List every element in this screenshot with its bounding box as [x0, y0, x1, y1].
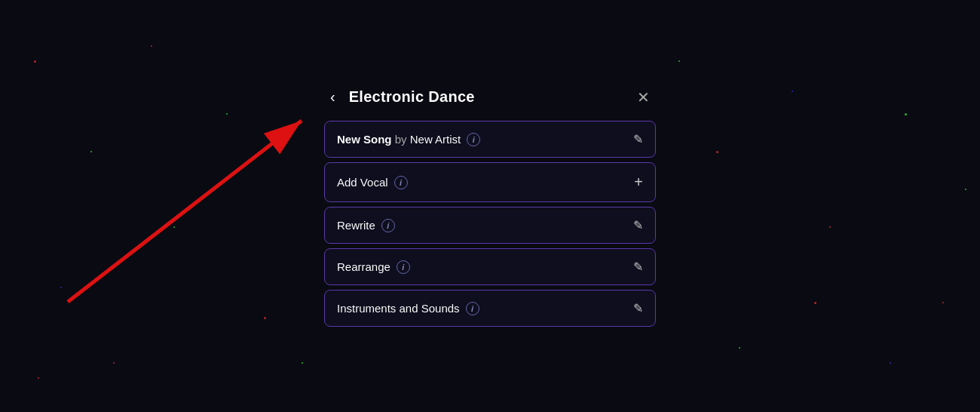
- pencil-icon: [633, 218, 643, 232]
- back-button[interactable]: ‹: [324, 85, 341, 109]
- modal-title: Electronic Dance: [349, 88, 623, 106]
- star: [829, 226, 831, 228]
- star: [173, 226, 175, 228]
- item-label-rewrite: Rewrite: [337, 219, 375, 232]
- pencil-button-rewrite[interactable]: [633, 218, 643, 232]
- pencil-button-rearrange[interactable]: [633, 260, 643, 274]
- star: [965, 189, 966, 190]
- star: [814, 302, 816, 304]
- info-icon-rewrite[interactable]: i: [381, 219, 395, 232]
- item-row-add-vocal[interactable]: Add Vocali: [324, 162, 656, 202]
- info-icon-add-vocal[interactable]: i: [394, 176, 408, 189]
- close-button[interactable]: ✕: [631, 87, 656, 108]
- item-row-instruments-sounds[interactable]: Instruments and Soundsi: [324, 290, 656, 327]
- item-label-new-song: New Song by New Artist: [337, 133, 461, 146]
- item-label-add-vocal: Add Vocal: [337, 176, 388, 189]
- pencil-button-new-song[interactable]: [633, 132, 643, 146]
- pencil-icon: [633, 132, 643, 146]
- svg-line-1: [68, 121, 302, 302]
- star: [716, 151, 718, 153]
- info-icon-instruments-sounds[interactable]: i: [466, 302, 479, 315]
- star: [34, 60, 36, 63]
- item-row-new-song[interactable]: New Song by New Artisti: [324, 121, 656, 158]
- red-arrow: [45, 98, 332, 309]
- star: [739, 347, 740, 349]
- star: [90, 151, 92, 152]
- item-row-rearrange[interactable]: Rearrangei: [324, 248, 656, 285]
- star: [226, 113, 228, 115]
- pencil-icon: [633, 260, 643, 274]
- plus-button-add-vocal[interactable]: [634, 174, 643, 191]
- star: [905, 113, 907, 115]
- star: [151, 45, 152, 47]
- info-icon-new-song[interactable]: i: [467, 133, 480, 146]
- star: [302, 362, 303, 364]
- star: [792, 91, 793, 92]
- star: [942, 302, 944, 303]
- star: [678, 60, 680, 62]
- star: [60, 287, 62, 288]
- info-icon-rearrange[interactable]: i: [397, 260, 410, 274]
- star: [890, 362, 891, 364]
- star: [113, 362, 115, 364]
- item-row-rewrite[interactable]: Rewritei: [324, 207, 656, 244]
- modal: ‹ Electronic Dance ✕ New Song by New Art…: [324, 85, 656, 327]
- pencil-icon: [633, 301, 643, 315]
- star: [38, 377, 39, 379]
- pencil-button-instruments-sounds[interactable]: [633, 301, 643, 315]
- modal-header: ‹ Electronic Dance ✕: [324, 85, 656, 121]
- item-label-instruments-sounds: Instruments and Sounds: [337, 302, 460, 315]
- items-list: New Song by New ArtistiAdd VocaliRewrite…: [324, 121, 656, 327]
- star: [264, 317, 266, 319]
- plus-icon: [634, 174, 643, 191]
- item-label-rearrange: Rearrange: [337, 260, 390, 273]
